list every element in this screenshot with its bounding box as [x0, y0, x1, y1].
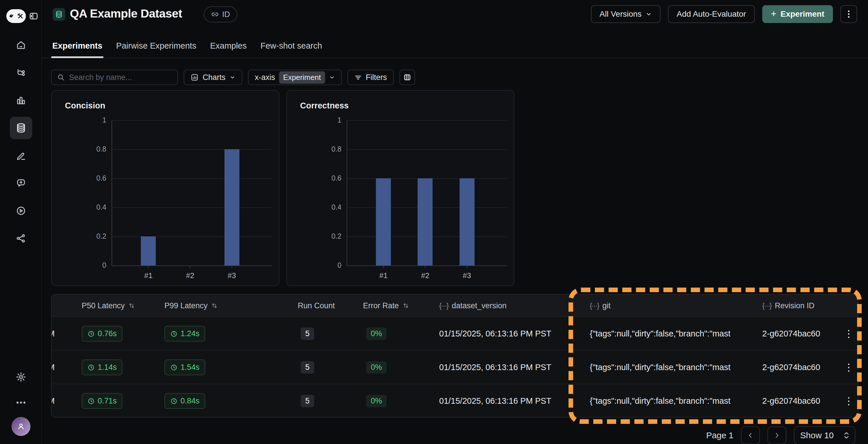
- table-body: M0.76s1.24s50%01/15/2025, 06:13:16 PM PS…: [52, 317, 858, 418]
- clock-icon: [170, 330, 178, 337]
- y-tick-label: 0.2: [290, 232, 341, 240]
- y-axis-line: [112, 120, 112, 266]
- bar-chart-icon: [16, 95, 26, 106]
- x-tick-label: #3: [215, 271, 249, 280]
- app-logo[interactable]: [6, 9, 26, 23]
- column-header-run-count[interactable]: Run Count: [298, 294, 335, 317]
- tab-few-shot-search[interactable]: Few-shot search: [259, 41, 323, 58]
- clock-icon: [87, 330, 95, 337]
- y-tick-label: 0.4: [55, 203, 106, 211]
- add-auto-evaluator-button[interactable]: Add Auto-Evaluator: [668, 5, 754, 23]
- x-tick: [383, 265, 384, 268]
- cell-p99-latency: 1.54s: [164, 351, 205, 384]
- y-axis-line: [347, 120, 347, 266]
- sidebar-item-settings[interactable]: [10, 366, 32, 388]
- cell-name-fragment: M: [51, 351, 55, 384]
- cell-run-count: 5: [301, 351, 314, 384]
- search-icon: [57, 73, 65, 81]
- clock-icon: [170, 397, 178, 405]
- column-header-p50-latency[interactable]: P50 Latency: [82, 294, 135, 317]
- y-tick-label: 0.8: [290, 145, 341, 153]
- x-tick: [148, 265, 149, 268]
- cell-name-fragment: M: [51, 317, 55, 351]
- x-tick-label: #1: [131, 271, 165, 280]
- gridline: [112, 236, 272, 237]
- column-header-dataset-version[interactable]: {···} dataset_version: [439, 294, 506, 317]
- charts-dropdown[interactable]: Charts: [184, 69, 242, 85]
- x-axis-dropdown[interactable]: x-axis Experiment: [248, 69, 342, 85]
- sidebar-item-playground[interactable]: [10, 200, 32, 222]
- x-tick: [467, 265, 467, 268]
- bar-#3: [224, 149, 240, 265]
- new-experiment-label: Experiment: [781, 9, 825, 19]
- header-overflow-menu-button[interactable]: [840, 5, 857, 23]
- gridline: [112, 178, 272, 179]
- dataset-icon: [53, 8, 65, 21]
- x-tick: [190, 265, 190, 268]
- cell-git: {"tags":null,"dirty":false,"branch":"mas…: [590, 351, 739, 384]
- stepper-icon: [844, 432, 849, 439]
- add-auto-evaluator-label: Add Auto-Evaluator: [677, 9, 746, 19]
- sidebar-item-datasets[interactable]: [10, 117, 32, 139]
- column-header-p99-latency[interactable]: P99 Latency: [164, 294, 218, 317]
- next-page-button[interactable]: [767, 426, 786, 444]
- sidebar-item-reports[interactable]: [10, 89, 32, 112]
- page-size-label: Show 10: [800, 431, 834, 440]
- columns-button[interactable]: [400, 69, 415, 85]
- table-row[interactable]: M0.76s1.24s50%01/15/2025, 06:13:16 PM PS…: [52, 317, 858, 351]
- filter-icon: [354, 73, 362, 81]
- sidebar-collapse-icon[interactable]: [29, 11, 38, 21]
- tab-pairwise-experiments[interactable]: Pairwise Experiments: [115, 41, 197, 58]
- table-row[interactable]: M0.71s0.84s50%01/15/2025, 06:13:16 PM PS…: [52, 384, 858, 418]
- column-header-revision-id[interactable]: {···} Revision ID: [762, 294, 814, 317]
- clock-icon: [170, 364, 178, 371]
- cell-error-rate: 0%: [366, 384, 386, 418]
- row-menu-button[interactable]: ⋮: [844, 351, 854, 384]
- column-header-git[interactable]: {···} git: [590, 294, 611, 317]
- json-braces-icon: {···}: [762, 302, 771, 310]
- copy-id-button[interactable]: ID: [204, 6, 238, 23]
- all-versions-dropdown[interactable]: All Versions: [591, 5, 660, 23]
- table-row[interactable]: M1.14s1.54s50%01/15/2025, 06:13:16 PM PS…: [52, 351, 858, 384]
- sidebar-item-home[interactable]: [10, 34, 32, 56]
- experiments-table: P50 Latency P99 Latency Run Count Error …: [51, 294, 859, 418]
- sidebar-item-annotate[interactable]: [10, 144, 32, 167]
- filters-button[interactable]: Filters: [347, 69, 394, 85]
- row-menu-button[interactable]: ⋮: [844, 317, 854, 351]
- ellipsis-icon: [16, 401, 26, 404]
- y-tick-label: 0: [290, 261, 341, 269]
- search-input[interactable]: [69, 73, 172, 82]
- row-menu-button[interactable]: ⋮: [844, 384, 854, 418]
- sidebar-item-more[interactable]: [10, 397, 32, 408]
- gridline: [112, 149, 272, 150]
- all-versions-label: All Versions: [599, 9, 642, 19]
- sidebar-item-feedback[interactable]: [10, 172, 32, 195]
- cell-run-count: 5: [301, 317, 314, 351]
- gridline: [112, 120, 272, 121]
- sidebar: [0, 0, 42, 444]
- charts-icon: [191, 73, 198, 81]
- chevron-left-icon: [747, 432, 754, 439]
- bar-#1: [141, 236, 156, 265]
- tab-examples[interactable]: Examples: [209, 41, 248, 58]
- new-experiment-button[interactable]: + Experiment: [762, 5, 833, 23]
- previous-page-button[interactable]: [741, 426, 760, 444]
- cell-git: {"tags":null,"dirty":false,"branch":"mas…: [590, 317, 739, 351]
- columns-icon: [403, 73, 411, 81]
- x-axis-label: x-axis: [255, 73, 275, 82]
- link-icon: [211, 11, 219, 18]
- bar-#3: [460, 178, 474, 265]
- sidebar-item-workflows[interactable]: [10, 62, 32, 84]
- cell-dataset-version: 01/15/2025, 06:13:16 PM PST: [439, 317, 551, 351]
- x-tick-label: #2: [408, 271, 442, 280]
- tab-experiments[interactable]: Experiments: [51, 41, 103, 58]
- column-header-error-rate[interactable]: Error Rate: [363, 294, 409, 317]
- page-size-select[interactable]: Show 10: [794, 426, 855, 444]
- home-icon: [16, 40, 26, 50]
- sidebar-item-deployments[interactable]: [10, 227, 32, 249]
- y-tick-label: 0.8: [55, 145, 106, 153]
- y-tick-label: 0.6: [55, 174, 106, 182]
- user-avatar[interactable]: [11, 417, 30, 436]
- y-tick-label: 0: [55, 261, 106, 269]
- gridline: [112, 207, 272, 208]
